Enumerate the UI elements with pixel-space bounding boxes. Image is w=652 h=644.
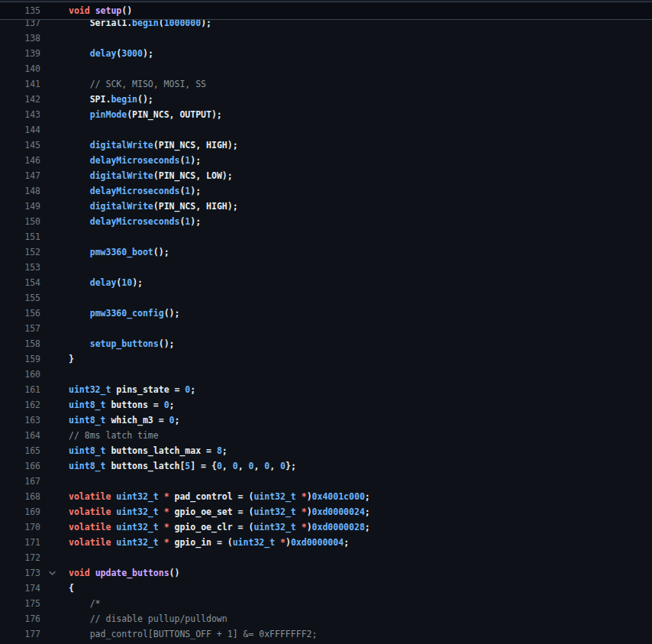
- code-line: 147 digitalWrite(PIN_NCS, LOW);: [0, 168, 652, 183]
- line-number[interactable]: 167: [0, 474, 40, 489]
- line-number[interactable]: 171: [0, 535, 40, 550]
- code-text: digitalWrite(PIN_NCS, LOW);: [69, 168, 233, 183]
- code-token: setup_buttons: [90, 338, 159, 349]
- code-token: 0: [164, 400, 169, 410]
- code-text: // SCK, MISO, MOSI, SS: [69, 76, 206, 92]
- code-line: 140: [0, 61, 652, 76]
- line-number[interactable]: 155: [0, 290, 40, 306]
- code-token: (PIN_NCS, OUTPUT);: [127, 109, 222, 120]
- code-text: pmw3360_boot();: [69, 244, 169, 260]
- code-token: }: [69, 354, 74, 364]
- code-line: 158 setup_buttons();: [0, 336, 652, 351]
- fold-chevron-down-icon[interactable]: [47, 568, 56, 578]
- code-token: [69, 338, 90, 349]
- code-text: // 8ms latch time: [69, 428, 159, 443]
- code-text: delayMicroseconds(1);: [69, 183, 201, 199]
- line-number[interactable]: 176: [0, 611, 40, 626]
- code-editor-area[interactable]: 137 Serial1.begin(1000000);138139 delay(…: [0, 0, 652, 644]
- code-token: {: [69, 583, 74, 594]
- code-line: 163uint8_t which_m3 = 0;: [0, 413, 652, 428]
- code-token: );: [190, 186, 201, 196]
- code-token: uint32_t: [253, 506, 295, 517]
- line-number[interactable]: 151: [0, 229, 40, 244]
- code-token: gpio_oe_set = (: [169, 506, 254, 517]
- code-token: volatile: [69, 491, 111, 502]
- line-number[interactable]: 150: [0, 214, 40, 229]
- code-token: uint8_t: [69, 445, 105, 456]
- code-line: 176 // disable pullup/pulldown: [0, 611, 652, 626]
- sticky-scope-line[interactable]: 135 void setup(): [0, 2, 652, 20]
- code-line: 165uint8_t buttons_latch_max = 8;: [0, 443, 652, 458]
- code-token: volatile: [69, 506, 111, 517]
- code-token: digitalWrite: [90, 170, 153, 181]
- code-token: 8: [217, 445, 222, 456]
- line-number[interactable]: 169: [0, 504, 40, 519]
- line-number[interactable]: 159: [0, 351, 40, 367]
- code-token: (PIN_NCS, HIGH);: [153, 201, 238, 212]
- line-number[interactable]: 156: [0, 306, 40, 321]
- code-token: 0: [280, 461, 286, 471]
- code-token: void: [69, 568, 90, 578]
- line-number[interactable]: 146: [0, 153, 40, 168]
- line-number[interactable]: 165: [0, 443, 40, 458]
- line-number[interactable]: 168: [0, 489, 40, 504]
- line-number[interactable]: 175: [0, 596, 40, 611]
- code-line: 175 /*: [0, 596, 652, 611]
- code-token: [159, 537, 164, 548]
- line-number[interactable]: 145: [0, 138, 40, 153]
- code-token: [69, 140, 90, 150]
- code-token: 0: [169, 415, 175, 426]
- code-token: delayMicroseconds: [90, 186, 180, 196]
- code-text: pmw3360_config();: [69, 306, 179, 321]
- line-number[interactable]: 170: [0, 519, 40, 535]
- line-number[interactable]: 173: [0, 565, 40, 581]
- line-number[interactable]: 158: [0, 336, 40, 351]
- code-token: delayMicroseconds: [90, 155, 180, 166]
- code-token: ;: [365, 491, 370, 502]
- line-number[interactable]: 153: [0, 260, 40, 275]
- line-number[interactable]: 157: [0, 321, 40, 336]
- code-token: uint32_t: [253, 491, 295, 502]
- line-number[interactable]: 172: [0, 550, 40, 565]
- line-number[interactable]: 161: [0, 382, 40, 397]
- code-line: 167: [0, 474, 652, 489]
- code-token: 10: [121, 277, 132, 288]
- code-token: [90, 5, 95, 16]
- line-number[interactable]: 144: [0, 122, 40, 138]
- code-line: 168volatile uint32_t * pad_control = (ui…: [0, 489, 652, 504]
- line-number[interactable]: 149: [0, 199, 40, 214]
- line-number[interactable]: 163: [0, 413, 40, 428]
- line-number[interactable]: 147: [0, 168, 40, 183]
- line-number[interactable]: 177: [0, 626, 40, 642]
- code-token: volatile: [69, 522, 111, 532]
- code-line: 164// 8ms latch time: [0, 428, 652, 443]
- line-number[interactable]: 154: [0, 275, 40, 290]
- code-text: uint32_t pins_state = 0;: [69, 382, 195, 397]
- line-number[interactable]: 142: [0, 92, 40, 107]
- code-token: begin: [111, 94, 137, 105]
- code-token: pad_control = (: [169, 491, 254, 502]
- line-number[interactable]: 141: [0, 76, 40, 92]
- code-line: 161uint32_t pins_state = 0;: [0, 382, 652, 397]
- code-token: [69, 109, 90, 120]
- code-token: [69, 170, 90, 181]
- line-number[interactable]: 166: [0, 458, 40, 474]
- line-number[interactable]: 143: [0, 107, 40, 122]
- line-number[interactable]: 135: [0, 2, 40, 19]
- code-token: [69, 155, 90, 166]
- code-text: uint8_t buttons = 0;: [69, 397, 175, 413]
- sticky-scroll-header[interactable]: 135 void setup(): [0, 0, 652, 20]
- code-text: {: [69, 581, 74, 596]
- line-number[interactable]: 160: [0, 367, 40, 382]
- code-token: (PIN_NCS, HIGH);: [153, 140, 238, 150]
- code-text: pinMode(PIN_NCS, OUTPUT);: [69, 107, 222, 122]
- line-number[interactable]: 152: [0, 244, 40, 260]
- code-token: delay: [90, 48, 117, 59]
- line-number[interactable]: 164: [0, 428, 40, 443]
- code-text: }: [69, 351, 74, 367]
- line-number[interactable]: 162: [0, 397, 40, 413]
- code-editor: 137 Serial1.begin(1000000);138139 delay(…: [0, 0, 652, 644]
- line-number[interactable]: 148: [0, 183, 40, 199]
- line-number[interactable]: 174: [0, 581, 40, 596]
- code-line: 150 delayMicroseconds(1);: [0, 214, 652, 229]
